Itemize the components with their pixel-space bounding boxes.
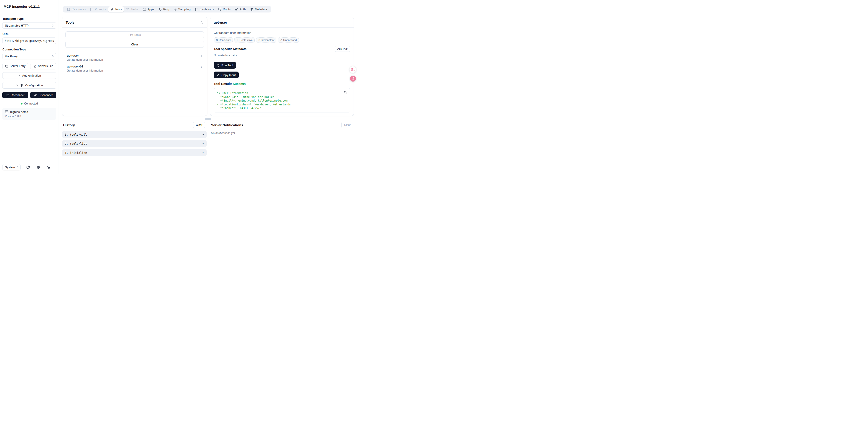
chevrons-up-down-icon [16, 166, 19, 169]
badge-destructive: ✓ Destructive [235, 37, 255, 42]
tool-detail-panel: get-user Get random user information ✕ R… [210, 17, 354, 116]
sidebar: MCP Inspector v0.21.1 Transport Type Str… [0, 0, 59, 174]
tools-search-button[interactable] [198, 20, 204, 25]
tab-tasks[interactable]: Tasks [124, 6, 141, 12]
server-notifications-title: Server Notifications [211, 123, 243, 127]
configuration-label: Configuration [25, 84, 43, 87]
tab-auth[interactable]: Auth [233, 6, 248, 12]
tool-list-item-get-user-02[interactable]: get-user-02 Get random user information [65, 61, 206, 72]
add-pair-button[interactable]: Add Pair [335, 46, 350, 52]
tool-detail-body: Get random user information ✕ Read-only … [210, 28, 353, 113]
metadata-label: Tool-specific Metadata: [214, 47, 248, 51]
tools-panel-body: List Tools Clear [62, 28, 207, 48]
tools-panel-title: Tools [66, 21, 74, 24]
server-icon [5, 110, 8, 114]
translate-button[interactable] [350, 75, 356, 82]
copy-icon [5, 65, 8, 68]
result-line: - **Phone**: (0436) 847257" [217, 106, 341, 110]
vertical-splitter[interactable] [208, 119, 208, 174]
tab-label: Roots [223, 7, 230, 11]
history-item-tools-list[interactable]: 2. tools/list ▶ [62, 140, 207, 147]
server-entry-button[interactable]: Server Entry [2, 63, 28, 69]
tab-label: Apps [147, 7, 154, 11]
server-entry-label: Server Entry [10, 64, 25, 68]
theme-select[interactable]: System [2, 164, 21, 171]
chevrons-up-down-icon [51, 55, 54, 58]
badge-idempotent: ✕ Idempotent [256, 37, 276, 42]
authentication-toggle[interactable]: Authentication [2, 72, 56, 79]
badge-mark: ✓ [237, 38, 239, 41]
tab-prompts[interactable]: Prompts [88, 6, 107, 12]
report-bug-button[interactable] [36, 164, 41, 170]
rotate-ccw-icon [6, 94, 9, 96]
tab-label: Ping [163, 7, 169, 11]
history-list: 3. tools/call ▶ 2. tools/list ▶ 1. initi… [62, 131, 207, 158]
copy-result-button[interactable] [344, 91, 347, 94]
tab-elicitations[interactable]: Elicitations [193, 6, 216, 12]
tool-item-text: get-user Get random user information [67, 54, 103, 61]
badge-mark: ✕ [216, 38, 218, 41]
history-item-initialize[interactable]: 1. initialize ▶ [62, 149, 207, 156]
tab-label: Elicitations [199, 7, 214, 11]
message-square-icon [90, 8, 93, 11]
tool-detail-description: Get random user information [214, 31, 350, 34]
tab-label: Metadata [255, 7, 267, 11]
run-tool-button[interactable]: Run Tool [214, 62, 236, 69]
disconnect-button[interactable]: Disconnect [30, 92, 56, 98]
footer-icons [21, 164, 56, 170]
horizontal-splitter[interactable] [59, 119, 356, 119]
history-header: History Clear [63, 122, 205, 128]
servers-file-button[interactable]: Servers File [30, 63, 56, 69]
tool-result-heading: Tool Result: Success [214, 82, 350, 86]
history-item-label: 1. initialize [65, 151, 87, 154]
file-icon [67, 8, 70, 11]
connection-type-select[interactable]: Via Proxy [2, 53, 56, 59]
tab-label: Auth [240, 7, 246, 11]
theme-value: System [5, 165, 15, 169]
clear-tools-button[interactable]: Clear [65, 41, 204, 48]
chevron-right-icon [200, 54, 204, 58]
help-button[interactable] [25, 164, 31, 170]
notifications-clear-button[interactable]: Clear [341, 122, 353, 128]
send-icon [217, 64, 220, 67]
tool-name: get-user [67, 54, 103, 57]
copy-input-button[interactable]: Copy Input [214, 71, 239, 79]
tab-metadata[interactable]: Metadata [248, 6, 269, 12]
tab-ping[interactable]: Ping [157, 6, 171, 12]
tool-hint-badges: ✕ Read-only ✓ Destructive ✕ Idempotent ✓… [214, 37, 350, 42]
sparkle-grid-icon [351, 68, 355, 71]
tool-list-item-get-user[interactable]: get-user Get random user information [65, 51, 206, 61]
tab-tools[interactable]: Tools [108, 6, 124, 12]
run-tool-label: Run Tool [221, 64, 233, 67]
transport-type-select[interactable]: Streamable HTTP [2, 22, 56, 29]
unplug-icon [34, 94, 37, 96]
url-label: URL [2, 32, 56, 36]
tab-resources[interactable]: Resources [65, 6, 88, 12]
connection-type-value: Via Proxy [5, 55, 18, 58]
configuration-toggle[interactable]: Configuration [2, 82, 56, 89]
app-window-icon [143, 8, 146, 11]
extension-sparkle-grid-button[interactable] [349, 66, 356, 73]
badge-label: Destructive [240, 39, 253, 41]
list-tools-button[interactable]: List Tools [65, 31, 204, 38]
url-input[interactable] [2, 37, 56, 44]
history-clear-button[interactable]: Clear [193, 122, 205, 128]
bug-icon [37, 165, 40, 169]
tab-sampling[interactable]: Sampling [172, 6, 193, 12]
history-item-label: 3. tools/call [65, 133, 87, 136]
tool-item-text: get-user-02 Get random user information [67, 65, 103, 72]
tab-apps[interactable]: Apps [141, 6, 156, 12]
reconnect-button[interactable]: Reconnect [2, 92, 28, 98]
play-icon: ▶ [203, 152, 204, 154]
play-icon: ▶ [203, 133, 204, 135]
tool-description: Get random user information [67, 58, 103, 61]
tool-result-output: "# User Information - **Name123**: Emine… [214, 88, 350, 113]
folder-tree-icon [218, 8, 221, 11]
copy-icon [217, 73, 220, 77]
tool-result-status: Success [233, 82, 246, 86]
history-item-tools-call[interactable]: 3. tools/call ▶ [62, 131, 207, 138]
status-text: Connected [24, 102, 38, 105]
github-button[interactable] [46, 164, 52, 170]
metadata-row: Tool-specific Metadata: Add Pair [214, 46, 350, 52]
tab-roots[interactable]: Roots [216, 6, 232, 12]
